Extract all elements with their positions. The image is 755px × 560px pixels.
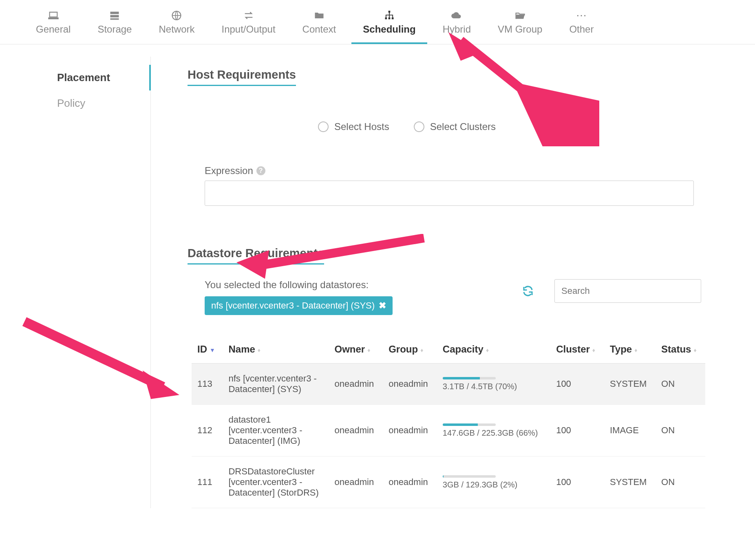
datastore-requirements-title: Datastore Requirements xyxy=(188,247,324,265)
col-type[interactable]: Type♦ xyxy=(604,335,656,364)
globe-icon xyxy=(171,10,182,21)
tab-label: Other xyxy=(569,24,594,35)
radio-select-clusters[interactable]: Select Clusters xyxy=(414,121,496,132)
expression-input[interactable] xyxy=(205,181,694,206)
tab-label: VM Group xyxy=(498,24,542,35)
radio-select-hosts[interactable]: Select Hosts xyxy=(318,121,389,132)
tab-general[interactable]: General xyxy=(24,10,82,44)
sort-desc-icon: ▼ xyxy=(210,347,215,353)
sitemap-icon xyxy=(384,10,395,21)
table-row[interactable]: 113nfs [vcenter.vcenter3 - Datacenter] (… xyxy=(192,364,705,405)
cell-capacity: 3GB / 129.3GB (2%) xyxy=(437,456,550,508)
datastore-table: ID▼ Name♦ Owner♦ Group♦ Capacity♦ Cluste… xyxy=(192,335,705,508)
tab-vmgroup[interactable]: VM Group xyxy=(486,10,554,44)
col-status[interactable]: Status♦ xyxy=(656,335,705,364)
radio-icon xyxy=(414,121,424,132)
cell-type: SYSTEM xyxy=(604,364,656,405)
sidebar-item-label: Policy xyxy=(57,97,85,109)
ellipsis-icon: ⋯ xyxy=(576,10,587,21)
tab-other[interactable]: ⋯ Other xyxy=(558,10,605,44)
content: Host Requirements Select Hosts Select Cl… xyxy=(151,57,755,508)
sort-icon: ♦ xyxy=(367,347,370,353)
svg-rect-7 xyxy=(392,18,394,20)
chip-label: nfs [vcenter.vcenter3 - Datacenter] (SYS… xyxy=(211,300,375,311)
top-tabs: General Storage Network Input/Output Con… xyxy=(0,0,755,44)
cell-group: oneadmin xyxy=(383,364,437,405)
sidebar-item-label: Placement xyxy=(57,71,110,84)
tab-label: Hybrid xyxy=(443,24,471,35)
cell-name: datastore1 [vcenter.vcenter3 - Datacente… xyxy=(223,405,329,456)
svg-rect-6 xyxy=(389,18,391,20)
folder-icon xyxy=(313,10,325,21)
col-group[interactable]: Group♦ xyxy=(383,335,437,364)
help-icon[interactable]: ? xyxy=(256,166,265,175)
sort-icon: ♦ xyxy=(592,347,595,353)
sort-icon: ♦ xyxy=(420,347,423,353)
sort-icon: ♦ xyxy=(486,347,489,353)
col-id[interactable]: ID▼ xyxy=(192,335,223,364)
svg-rect-1 xyxy=(110,15,119,18)
selected-datastore-chip: nfs [vcenter.vcenter3 - Datacenter] (SYS… xyxy=(205,296,393,315)
expression-label: Expression ? xyxy=(205,165,718,176)
cell-capacity: 3.1TB / 4.5TB (70%) xyxy=(437,364,550,405)
cell-name: nfs [vcenter.vcenter3 - Datacenter] (SYS… xyxy=(223,364,329,405)
tab-label: Scheduling xyxy=(363,24,415,35)
cell-group: oneadmin xyxy=(383,405,437,456)
search-input[interactable] xyxy=(554,279,701,303)
cell-status: ON xyxy=(656,456,705,508)
cell-type: SYSTEM xyxy=(604,456,656,508)
table-row[interactable]: 112datastore1 [vcenter.vcenter3 - Datace… xyxy=(192,405,705,456)
tab-hybrid[interactable]: Hybrid xyxy=(431,10,482,44)
cell-cluster: 100 xyxy=(550,456,604,508)
tab-label: Storage xyxy=(97,24,132,35)
tab-label: General xyxy=(36,24,71,35)
col-name[interactable]: Name♦ xyxy=(223,335,329,364)
tab-scheduling[interactable]: Scheduling xyxy=(351,10,427,44)
cell-capacity: 147.6GB / 225.3GB (66%) xyxy=(437,405,550,456)
col-capacity[interactable]: Capacity♦ xyxy=(437,335,550,364)
radio-icon xyxy=(318,121,329,132)
cell-id: 113 xyxy=(192,364,223,405)
cell-id: 112 xyxy=(192,405,223,456)
cell-type: IMAGE xyxy=(604,405,656,456)
cell-id: 111 xyxy=(192,456,223,508)
svg-rect-4 xyxy=(389,11,391,13)
exchange-icon xyxy=(243,10,254,21)
col-owner[interactable]: Owner♦ xyxy=(329,335,383,364)
cell-name: DRSDatastoreCluster [vcenter.vcenter3 - … xyxy=(223,456,329,508)
sidebar-item-policy[interactable]: Policy xyxy=(47,90,151,116)
cell-group: oneadmin xyxy=(383,456,437,508)
selected-datastores-text: You selected the following datastores: xyxy=(205,279,393,291)
table-row[interactable]: 111DRSDatastoreCluster [vcenter.vcenter3… xyxy=(192,456,705,508)
svg-rect-5 xyxy=(385,18,387,20)
cell-cluster: 100 xyxy=(550,405,604,456)
col-cluster[interactable]: Cluster♦ xyxy=(550,335,604,364)
cloud-icon xyxy=(451,10,462,21)
cell-owner: oneadmin xyxy=(329,364,383,405)
cell-status: ON xyxy=(656,405,705,456)
svg-rect-0 xyxy=(110,12,119,14)
radio-label: Select Hosts xyxy=(334,121,389,132)
laptop-icon xyxy=(48,10,59,21)
host-requirements-title: Host Requirements xyxy=(188,68,296,86)
tab-label: Context xyxy=(302,24,336,35)
chip-remove-icon[interactable]: ✖ xyxy=(379,300,386,311)
tab-network[interactable]: Network xyxy=(147,10,206,44)
svg-rect-2 xyxy=(110,18,119,20)
tab-storage[interactable]: Storage xyxy=(86,10,143,44)
sidebar-item-placement[interactable]: Placement xyxy=(47,65,151,90)
refresh-icon[interactable] xyxy=(522,285,534,297)
cell-owner: oneadmin xyxy=(329,405,383,456)
sidebar: Placement Policy xyxy=(0,57,151,508)
host-radio-group: Select Hosts Select Clusters xyxy=(188,121,718,132)
tab-label: Input/Output xyxy=(221,24,275,35)
server-icon xyxy=(109,10,120,21)
radio-label: Select Clusters xyxy=(430,121,496,132)
tab-io[interactable]: Input/Output xyxy=(210,10,287,44)
cell-cluster: 100 xyxy=(550,364,604,405)
cell-status: ON xyxy=(656,364,705,405)
sort-icon: ♦ xyxy=(258,347,260,353)
tab-context[interactable]: Context xyxy=(291,10,348,44)
sort-icon: ♦ xyxy=(693,347,696,353)
tab-label: Network xyxy=(159,24,194,35)
